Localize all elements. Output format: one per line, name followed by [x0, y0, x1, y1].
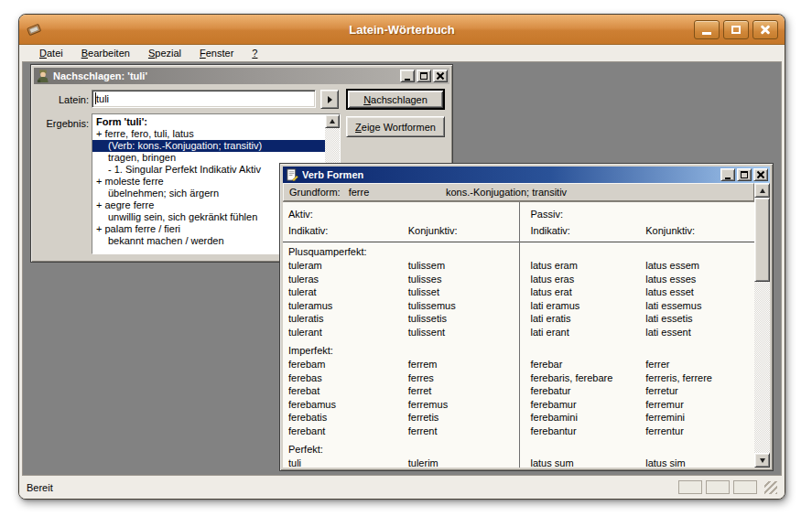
up-arrow-icon: [760, 188, 765, 193]
verb-table: Aktiv: Passiv: Indikativ: Konjunktiv: In…: [283, 201, 754, 468]
text-caret: [95, 92, 96, 104]
table-cell: ferebamur: [519, 398, 637, 412]
menu-item-datei[interactable]: Datei: [30, 46, 72, 60]
table-cell: lati essemus: [636, 299, 754, 313]
table-cell: latus sum: [519, 457, 637, 468]
lookup-close-button[interactable]: [433, 70, 448, 82]
konjunktiv-header: Konjunktiv:: [401, 222, 519, 239]
table-cell: tuleram: [283, 259, 401, 273]
app-window: Latein-Wörterbuch DateiBearbeitenSpezial…: [18, 14, 785, 500]
nachschlagen-button[interactable]: Nachschlagen: [346, 89, 445, 110]
menu-item-fenster[interactable]: Fenster: [190, 46, 243, 60]
person-icon: [36, 70, 50, 83]
indikativ-header: Indikativ:: [519, 222, 637, 239]
close-icon: [760, 24, 771, 35]
mdi-area: Nachschlagen: 'tuli' Latein: Nachschlage…: [22, 61, 782, 476]
close-icon: [757, 171, 764, 178]
maximize-icon: [741, 171, 748, 178]
table-cell: ferebatur: [519, 384, 637, 398]
grundform-bar: Grundform: ferre kons.-Konjugation; tran…: [283, 183, 754, 201]
down-arrow-icon: [760, 458, 765, 463]
table-cell: latus esset: [636, 285, 754, 299]
table-cell: tulissetis: [401, 312, 519, 326]
minimize-icon: [405, 79, 410, 81]
table-cell: ferrent: [401, 425, 519, 438]
table-cell: tuli: [283, 457, 401, 468]
menu-bar: DateiBearbeitenSpezialFenster?: [19, 45, 785, 61]
table-cell: tulissent: [401, 326, 519, 339]
table-cell: lati eramus: [519, 299, 637, 313]
history-dropdown-button[interactable]: [320, 90, 339, 109]
lookup-title: Nachschlagen: 'tuli': [53, 70, 397, 81]
verb-minimize-button[interactable]: [720, 168, 735, 181]
lookup-window-controls: [400, 70, 448, 82]
column-divider: [519, 202, 520, 468]
window-titlebar[interactable]: Latein-Wörterbuch: [19, 15, 785, 45]
result-item[interactable]: + ferre, fero, tuli, latus: [92, 128, 325, 140]
table-cell: tulisses: [401, 273, 519, 286]
menu-item-bearbeiten[interactable]: Bearbeiten: [72, 46, 139, 60]
menu-item-spezial[interactable]: Spezial: [139, 46, 190, 60]
table-cell: ferret: [401, 384, 519, 398]
document-icon: [285, 168, 299, 182]
table-cell: ferebamus: [283, 398, 401, 412]
verb-body: Grundform: ferre kons.-Konjugation; tran…: [283, 183, 770, 468]
status-panels: [678, 480, 777, 494]
table-cell: lati eratis: [519, 312, 637, 326]
result-item[interactable]: Form 'tuli':: [92, 116, 325, 128]
app-icon: [26, 22, 42, 37]
status-panel: [678, 480, 702, 494]
lookup-minimize-button[interactable]: [400, 70, 415, 82]
table-cell: ferrentur: [636, 425, 754, 438]
resize-grip[interactable]: [764, 481, 777, 494]
table-cell: ferebatis: [283, 411, 401, 425]
desktop: Latein-Wörterbuch DateiBearbeitenSpezial…: [0, 0, 812, 527]
close-button[interactable]: [752, 20, 778, 39]
verb-window-controls: [720, 168, 768, 181]
menu-item-hilfe[interactable]: ?: [243, 46, 266, 60]
verb-scroll-down-button[interactable]: [754, 453, 770, 468]
close-icon: [437, 72, 444, 80]
maximize-button[interactable]: [723, 20, 749, 39]
latein-input[interactable]: [92, 90, 316, 108]
table-cell: latus erat: [519, 285, 637, 299]
grundform-value: ferre: [349, 187, 370, 198]
table-cell: latus eras: [519, 273, 637, 286]
table-cell: ferreris, ferrere: [636, 371, 754, 385]
table-cell: tulisset: [401, 285, 519, 299]
result-item[interactable]: (Verb: kons.-Konjugation; transitiv): [92, 140, 325, 152]
spacer: [636, 206, 754, 222]
verb-maximize-button[interactable]: [737, 168, 752, 181]
table-cell: tulerant: [283, 326, 401, 339]
verb-scrollbar[interactable]: [754, 183, 770, 468]
minimize-button[interactable]: [694, 20, 720, 39]
table-cell: latus esses: [636, 273, 754, 286]
latein-label: Latein:: [38, 94, 89, 105]
konjunktiv-header: Konjunktiv:: [636, 222, 754, 239]
lookup-titlebar[interactable]: Nachschlagen: 'tuli': [34, 68, 449, 84]
indikativ-header: Indikativ:: [283, 222, 401, 239]
table-cell: tulissem: [401, 259, 519, 273]
verb-scroll-up-button[interactable]: [754, 183, 770, 198]
table-cell: latus eram: [519, 259, 637, 273]
window-controls: [694, 20, 778, 39]
zeige-wortformen-button[interactable]: Zeige Wortformen: [346, 116, 445, 137]
verb-title: Verb Formen: [302, 169, 718, 180]
table-cell: latus sim: [636, 457, 754, 468]
status-panel: [733, 480, 757, 494]
verb-close-button[interactable]: [753, 168, 768, 181]
conjugation-type: kons.-Konjugation; transitiv: [446, 187, 567, 198]
table-cell: ferebam: [283, 358, 401, 371]
table-cell: tulerim: [401, 457, 519, 468]
table-cell: tulerat: [283, 285, 401, 299]
scroll-up-button[interactable]: [325, 114, 340, 128]
verb-scrollbar-track[interactable]: [754, 198, 770, 453]
table-cell: ferebaris, ferebare: [519, 371, 637, 385]
scrollbar-thumb[interactable]: [754, 198, 770, 282]
table-cell: tuleras: [283, 273, 401, 286]
aktiv-header: Aktiv:: [283, 206, 401, 222]
table-cell: tulissemus: [401, 299, 519, 313]
verb-titlebar[interactable]: Verb Formen: [283, 167, 770, 183]
lookup-maximize-button[interactable]: [417, 70, 431, 82]
table-cell: ferebas: [283, 371, 401, 385]
